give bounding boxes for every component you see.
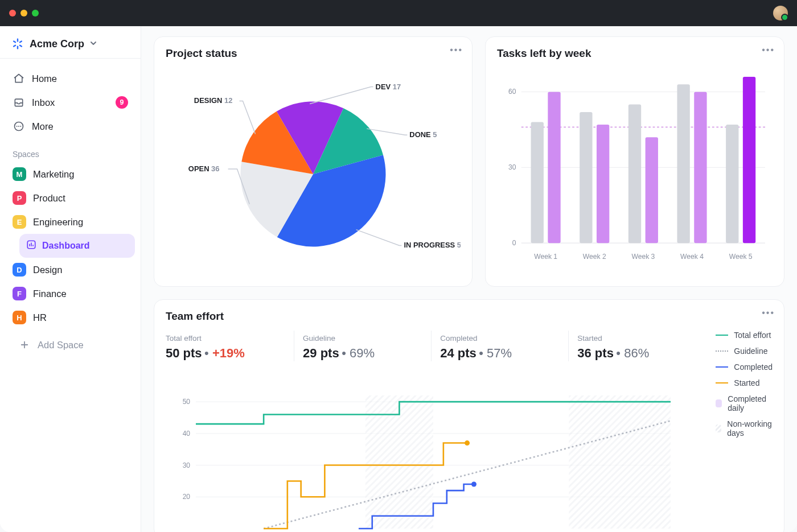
maximize-window-button[interactable] (32, 10, 39, 17)
space-hr[interactable]: H HR (6, 306, 135, 329)
user-avatar[interactable] (773, 6, 788, 20)
minimize-window-button[interactable] (20, 10, 27, 17)
stat-extra: +19% (212, 346, 245, 360)
card-menu-button[interactable]: ••• (762, 308, 775, 318)
svg-text:50: 50 (183, 398, 191, 406)
card-title: Tasks left by week (497, 47, 773, 60)
space-label: Product (33, 193, 65, 204)
stat-label: Total effort (166, 334, 294, 343)
svg-rect-21 (677, 84, 689, 243)
svg-text:OPEN 36: OPEN 36 (188, 164, 220, 173)
space-avatar-icon: P (13, 191, 26, 205)
svg-rect-17 (580, 112, 592, 243)
card-menu-button[interactable]: ••• (762, 45, 775, 55)
more-icon (13, 120, 25, 133)
stat-value: 50 pts (166, 346, 202, 360)
svg-text:60: 60 (508, 88, 516, 96)
space-label: Engineering (33, 217, 83, 228)
svg-point-3 (20, 126, 21, 127)
svg-rect-43 (365, 395, 433, 529)
add-space-label: Add Space (38, 340, 84, 350)
stat-value: 29 pts (303, 346, 339, 360)
space-child-dashboard[interactable]: Dashboard (19, 234, 135, 258)
legend-total: Total effort (734, 331, 771, 340)
chevron-down-icon (90, 39, 97, 48)
card-title: Project status (166, 47, 461, 60)
main-content: Project status ••• DEV 17DONE 5IN PROGRE… (141, 26, 797, 532)
stat-extra: 86% (624, 346, 649, 360)
window-controls (9, 10, 39, 17)
sidebar: Acme Corp Home Inbox 9 (0, 26, 141, 532)
space-avatar-icon: D (13, 263, 26, 277)
space-label: HR (33, 312, 47, 323)
stat-label: Guideline (303, 334, 431, 343)
space-avatar-icon: E (13, 215, 26, 229)
svg-rect-15 (531, 122, 544, 244)
space-design[interactable]: D Design (6, 258, 135, 282)
space-engineering[interactable]: E Engineering (6, 210, 135, 234)
workspace-name: Acme Corp (30, 38, 84, 50)
nav-home[interactable]: Home (6, 67, 135, 90)
svg-rect-44 (569, 395, 671, 529)
titlebar (0, 0, 797, 26)
stat-extra: 57% (487, 346, 512, 360)
project-status-pie-chart: DEV 17DONE 5IN PROGRESS 5OPEN 36DESIGN 1… (166, 63, 461, 268)
svg-text:DESIGN 12: DESIGN 12 (194, 96, 233, 105)
stat-extra: 69% (350, 346, 375, 360)
stat-value: 36 pts (577, 346, 614, 360)
nav-home-label: Home (32, 73, 57, 84)
svg-text:Week 3: Week 3 (632, 253, 655, 261)
card-title: Team effort (166, 310, 773, 323)
close-window-button[interactable] (9, 10, 16, 17)
add-space-button[interactable]: Add Space (11, 333, 129, 357)
stat-label: Completed (440, 334, 568, 343)
space-label: Design (33, 265, 62, 275)
svg-text:DONE 5: DONE 5 (409, 130, 437, 139)
svg-text:Week 2: Week 2 (583, 253, 606, 261)
svg-rect-23 (726, 125, 738, 243)
spaces-section-label: Spaces (0, 142, 141, 162)
nav-inbox[interactable]: Inbox 9 (6, 90, 135, 114)
svg-rect-20 (646, 137, 658, 243)
workspace-switcher[interactable]: Acme Corp (0, 34, 141, 59)
space-marketing[interactable]: M Marketing (6, 162, 135, 186)
svg-point-46 (471, 482, 476, 487)
nav-more-label: More (32, 121, 54, 132)
legend-guideline: Guideline (734, 347, 767, 356)
dashboard-label: Dashboard (42, 241, 90, 251)
svg-text:DEV 17: DEV 17 (376, 83, 401, 91)
space-finance[interactable]: F Finance (6, 282, 135, 306)
card-menu-button[interactable]: ••• (450, 45, 463, 55)
home-icon (13, 72, 25, 85)
spaces-list: M Marketing P Product E Engineering Dash… (0, 162, 141, 357)
nav-inbox-label: Inbox (32, 97, 55, 108)
inbox-badge: 9 (116, 96, 128, 109)
space-avatar-icon: H (13, 311, 26, 324)
svg-rect-19 (628, 105, 641, 244)
dashboard-icon (26, 240, 36, 252)
svg-text:30: 30 (183, 461, 191, 469)
space-avatar-icon: F (13, 287, 26, 300)
plus-icon (18, 339, 31, 351)
legend-started: Started (734, 378, 759, 387)
svg-text:Week 4: Week 4 (680, 253, 704, 261)
legend-nonworking: Non-working days (727, 419, 773, 438)
workspace-logo-icon (11, 38, 24, 50)
legend-completed-daily: Completed daily (728, 394, 773, 413)
svg-rect-18 (597, 125, 609, 243)
svg-text:Week 1: Week 1 (534, 253, 557, 261)
space-label: Finance (33, 288, 67, 299)
svg-point-2 (18, 126, 19, 127)
stat-value: 24 pts (440, 346, 476, 360)
svg-point-1 (17, 126, 18, 127)
team-effort-line-chart: 20304050 (166, 392, 681, 532)
space-avatar-icon: M (13, 167, 26, 181)
nav-more[interactable]: More (6, 114, 135, 138)
svg-text:20: 20 (183, 493, 191, 501)
tasks-left-bar-chart: 03060Week 1Week 2Week 3Week 4Week 5 (497, 60, 773, 276)
legend-completed: Completed (734, 362, 773, 372)
svg-rect-22 (694, 92, 706, 243)
space-product[interactable]: P Product (6, 186, 135, 210)
svg-rect-16 (548, 92, 560, 243)
svg-text:40: 40 (183, 430, 191, 438)
